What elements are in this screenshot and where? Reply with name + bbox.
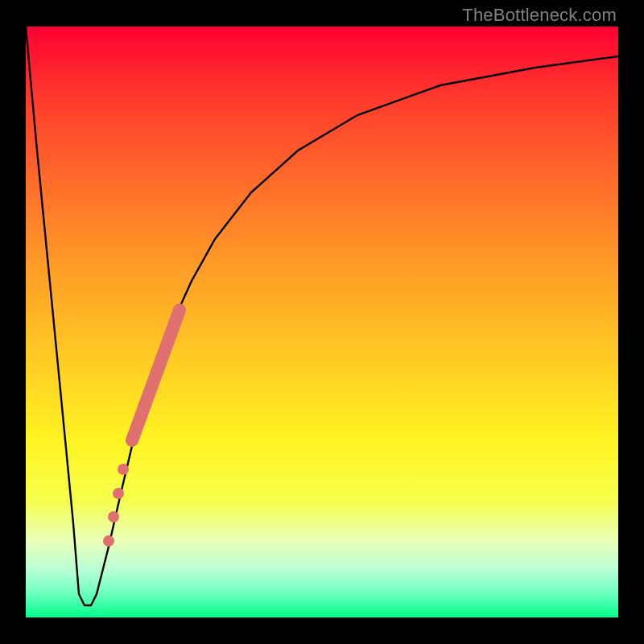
highlight-thick-segment xyxy=(132,310,180,440)
chart-stage: TheBottleneck.com xyxy=(0,0,644,644)
highlight-dot-3 xyxy=(108,511,119,522)
highlight-dot-1 xyxy=(118,464,129,475)
highlight-dot-2 xyxy=(113,488,124,499)
highlight-dot-4 xyxy=(103,535,114,547)
plot-area xyxy=(26,27,618,617)
watermark-text: TheBottleneck.com xyxy=(462,5,617,26)
curve-svg xyxy=(26,27,618,617)
